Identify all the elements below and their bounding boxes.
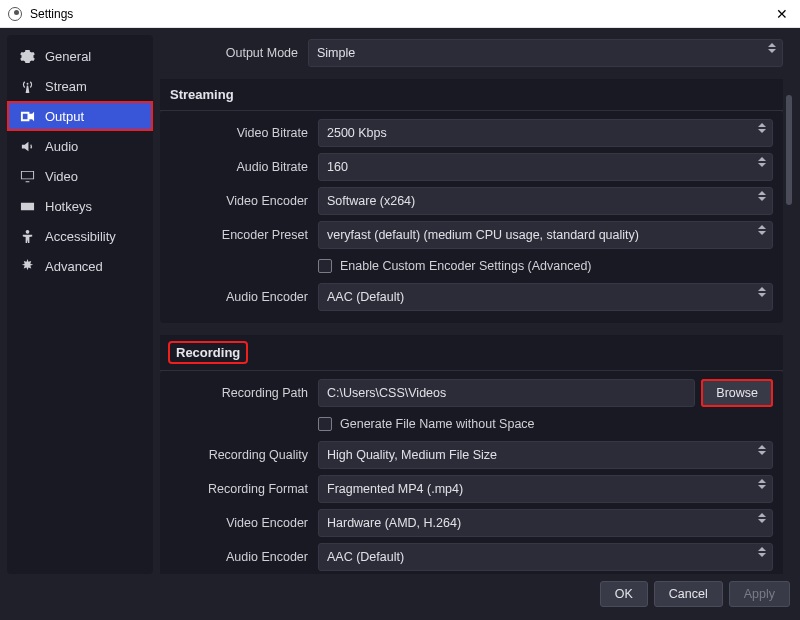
recording-quality-value: High Quality, Medium File Size — [327, 448, 497, 462]
browse-button[interactable]: Browse — [701, 379, 773, 407]
chevron-updown-icon — [758, 191, 766, 201]
recording-format-label: Recording Format — [170, 482, 318, 496]
streaming-header: Streaming — [160, 79, 783, 111]
audio-bitrate-label: Audio Bitrate — [170, 160, 318, 174]
sidebar-item-audio[interactable]: Audio — [7, 131, 153, 161]
content-wrap: Output Mode Simple Streaming Video Bitra… — [160, 35, 793, 574]
audio-bitrate-select[interactable]: 160 — [318, 153, 773, 181]
cancel-button[interactable]: Cancel — [654, 581, 723, 607]
settings-window: Settings ✕ General Stream Output Audio — [0, 0, 800, 620]
rec-video-encoder-value: Hardware (AMD, H.264) — [327, 516, 461, 530]
recording-path-input[interactable]: C:\Users\CSS\Videos — [318, 379, 695, 407]
sidebar-item-general[interactable]: General — [7, 41, 153, 71]
output-mode-label: Output Mode — [160, 46, 308, 60]
window-body: General Stream Output Audio Video Hotkey… — [0, 28, 800, 574]
sidebar-item-advanced[interactable]: Advanced — [7, 251, 153, 281]
content: Output Mode Simple Streaming Video Bitra… — [160, 35, 783, 574]
output-mode-row: Output Mode Simple — [160, 35, 783, 75]
rec-audio-encoder-value: AAC (Default) — [327, 550, 404, 564]
sidebar: General Stream Output Audio Video Hotkey… — [7, 35, 153, 574]
footer: OK Cancel Apply — [0, 574, 800, 620]
window-title: Settings — [30, 7, 772, 21]
video-bitrate-input[interactable]: 2500 Kbps — [318, 119, 773, 147]
recording-panel: Recording Path C:\Users\CSS\Videos Brows… — [160, 371, 783, 574]
chevron-updown-icon — [758, 513, 766, 523]
antenna-icon — [19, 78, 35, 94]
accessibility-icon — [19, 228, 35, 244]
chevron-updown-icon — [768, 43, 776, 53]
video-bitrate-label: Video Bitrate — [170, 126, 318, 140]
recording-path-value: C:\Users\CSS\Videos — [327, 386, 446, 400]
monitor-icon — [19, 168, 35, 184]
rec-video-encoder-select[interactable]: Hardware (AMD, H.264) — [318, 509, 773, 537]
sidebar-item-accessibility[interactable]: Accessibility — [7, 221, 153, 251]
video-encoder-select[interactable]: Software (x264) — [318, 187, 773, 215]
gear-icon — [19, 48, 35, 64]
ok-label: OK — [615, 587, 633, 601]
gen-filename-label: Generate File Name without Space — [340, 417, 535, 431]
rec-audio-encoder-select[interactable]: AAC (Default) — [318, 543, 773, 571]
rec-audio-encoder-label: Audio Encoder — [170, 550, 318, 564]
sidebar-item-label: Hotkeys — [45, 199, 92, 214]
rec-video-encoder-label: Video Encoder — [170, 516, 318, 530]
sidebar-item-video[interactable]: Video — [7, 161, 153, 191]
sidebar-item-output[interactable]: Output — [7, 101, 153, 131]
recording-path-label: Recording Path — [170, 386, 318, 400]
sidebar-item-label: Output — [45, 109, 84, 124]
chevron-updown-icon — [758, 547, 766, 557]
encoder-preset-label: Encoder Preset — [170, 228, 318, 242]
keyboard-icon — [19, 198, 35, 214]
sidebar-item-label: Accessibility — [45, 229, 116, 244]
chevron-updown-icon — [758, 157, 766, 167]
app-icon — [8, 7, 22, 21]
apply-button[interactable]: Apply — [729, 581, 790, 607]
output-icon — [19, 108, 35, 124]
video-encoder-value: Software (x264) — [327, 194, 415, 208]
scrollbar-thumb[interactable] — [786, 95, 792, 205]
chevron-updown-icon — [758, 225, 766, 235]
sidebar-item-label: General — [45, 49, 91, 64]
audio-encoder-select[interactable]: AAC (Default) — [318, 283, 773, 311]
sidebar-item-label: Video — [45, 169, 78, 184]
vertical-scrollbar[interactable] — [785, 35, 793, 574]
recording-quality-label: Recording Quality — [170, 448, 318, 462]
spinner-icon — [758, 123, 766, 133]
streaming-panel: Video Bitrate 2500 Kbps Audio Bitrate 16… — [160, 111, 783, 323]
sidebar-item-stream[interactable]: Stream — [7, 71, 153, 101]
recording-format-value: Fragmented MP4 (.mp4) — [327, 482, 463, 496]
chevron-updown-icon — [758, 445, 766, 455]
chevron-updown-icon — [758, 479, 766, 489]
ok-button[interactable]: OK — [600, 581, 648, 607]
recording-header-row: Recording — [160, 335, 783, 371]
output-mode-select[interactable]: Simple — [308, 39, 783, 67]
close-icon[interactable]: ✕ — [772, 6, 792, 22]
recording-format-select[interactable]: Fragmented MP4 (.mp4) — [318, 475, 773, 503]
output-mode-value: Simple — [317, 46, 355, 60]
speaker-icon — [19, 138, 35, 154]
video-bitrate-value: 2500 Kbps — [327, 126, 387, 140]
custom-encoder-label: Enable Custom Encoder Settings (Advanced… — [340, 259, 592, 273]
sidebar-item-label: Audio — [45, 139, 78, 154]
chevron-updown-icon — [758, 287, 766, 297]
cancel-label: Cancel — [669, 587, 708, 601]
apply-label: Apply — [744, 587, 775, 601]
browse-label: Browse — [716, 386, 758, 400]
tools-icon — [19, 258, 35, 274]
sidebar-item-label: Stream — [45, 79, 87, 94]
video-encoder-label: Video Encoder — [170, 194, 318, 208]
recording-quality-select[interactable]: High Quality, Medium File Size — [318, 441, 773, 469]
sidebar-item-hotkeys[interactable]: Hotkeys — [7, 191, 153, 221]
recording-header: Recording — [170, 343, 246, 362]
sidebar-item-label: Advanced — [45, 259, 103, 274]
audio-encoder-value: AAC (Default) — [327, 290, 404, 304]
audio-encoder-label: Audio Encoder — [170, 290, 318, 304]
titlebar: Settings ✕ — [0, 0, 800, 28]
custom-encoder-checkbox[interactable] — [318, 259, 332, 273]
encoder-preset-select[interactable]: veryfast (default) (medium CPU usage, st… — [318, 221, 773, 249]
audio-bitrate-value: 160 — [327, 160, 348, 174]
gen-filename-checkbox[interactable] — [318, 417, 332, 431]
encoder-preset-value: veryfast (default) (medium CPU usage, st… — [327, 228, 639, 242]
